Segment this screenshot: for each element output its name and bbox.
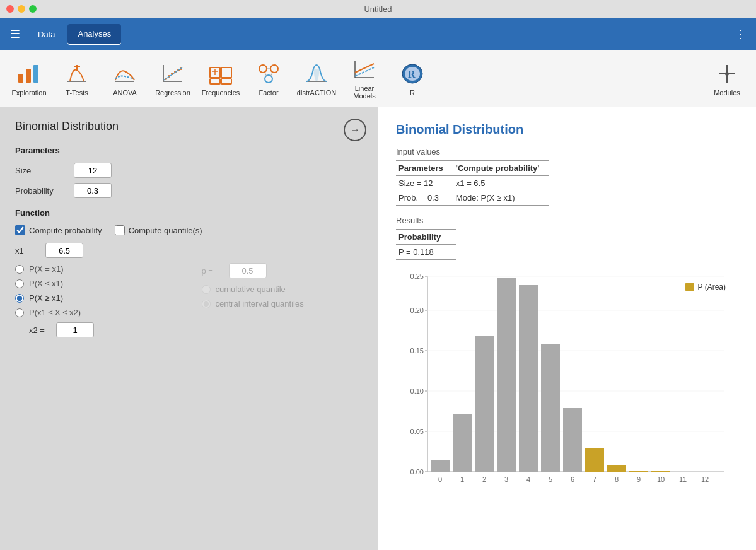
factor-icon [256, 61, 281, 86]
regression-icon [160, 61, 185, 86]
svg-rect-0 [18, 74, 23, 83]
function-label: Function [15, 208, 363, 218]
tool-regression[interactable]: Regression [150, 55, 195, 102]
table-cell: Size = 12 [396, 176, 453, 191]
radio-px-leq-x1-input[interactable] [15, 279, 24, 288]
more-icon: ⋮ [735, 28, 746, 40]
radio-cumulative-input[interactable] [202, 285, 211, 294]
svg-text:0.10: 0.10 [410, 387, 424, 395]
svg-point-23 [270, 65, 278, 73]
radio-central-input[interactable] [202, 300, 211, 308]
svg-text:10: 10 [657, 476, 665, 483]
tool-r[interactable]: R R [390, 55, 435, 102]
p-input[interactable] [229, 263, 267, 278]
exploration-label: Exploration [11, 89, 46, 97]
menu-button[interactable]: ☰ [5, 23, 25, 45]
bar-3 [497, 278, 516, 472]
legend-label: P (Area) [698, 283, 726, 291]
svg-point-22 [259, 65, 267, 73]
tool-anova[interactable]: ANOVA [102, 55, 148, 102]
radio-px1-leq-x-leq-x2[interactable]: P(x1 ≤ X ≤ x2) [15, 308, 177, 317]
bar-6 [563, 408, 582, 472]
size-input[interactable] [74, 163, 112, 178]
svg-line-15 [164, 67, 182, 80]
tool-frequencies[interactable]: Frequencies [198, 55, 243, 102]
radio-cumulative-label: cumulative quantile [216, 284, 286, 294]
svg-text:12: 12 [701, 476, 709, 483]
bar-2 [475, 336, 494, 472]
tool-distracton[interactable]: distrACTION [294, 55, 339, 102]
svg-rect-19 [221, 79, 231, 84]
svg-rect-1 [26, 69, 31, 83]
regression-label: Regression [155, 89, 190, 97]
function-columns: x1 = P(X = x1) P(X ≤ x1) [15, 243, 363, 337]
distracton-icon [304, 61, 329, 86]
chart-container: P (Area) 0.00 0.05 0.10 0.15 [396, 270, 738, 497]
frequencies-label: Frequencies [202, 89, 240, 97]
svg-text:0.15: 0.15 [410, 347, 424, 354]
minimize-button[interactable] [18, 5, 25, 13]
tool-linear-models[interactable]: Linear Models [342, 55, 387, 102]
size-row: Size = [15, 163, 363, 178]
tool-t-tests[interactable]: T-Tests [54, 55, 100, 102]
close-button[interactable] [6, 5, 14, 13]
main-toolbar: ☰ Data Analyses ⋮ [0, 18, 756, 50]
probability-input[interactable] [74, 183, 112, 198]
svg-text:9: 9 [637, 476, 641, 483]
more-options-button[interactable]: ⋮ [730, 23, 751, 45]
compute-probability-label: Compute probability [29, 226, 102, 235]
window-title: Untitled [364, 4, 392, 14]
maximize-button[interactable] [29, 5, 37, 13]
tool-exploration[interactable]: Exploration [6, 55, 52, 102]
bar-7 [585, 448, 604, 472]
main-content: Binomial Distribution → Parameters Size … [0, 107, 756, 550]
compute-quantiles-check[interactable] [115, 225, 125, 235]
radio-px-geq-x1-input[interactable] [15, 294, 24, 303]
table-cell: Prob. = 0.3 [396, 190, 453, 206]
x1-input[interactable] [45, 243, 83, 258]
run-button[interactable]: → [344, 119, 366, 141]
compute-quantiles-label: Compute quantile(s) [129, 226, 202, 235]
x1-label: x1 = [15, 246, 40, 255]
radio-px-eq-x1-input[interactable] [15, 265, 24, 274]
tab-analyses[interactable]: Analyses [67, 24, 121, 45]
radio-px-eq-x1-label: P(X = x1) [29, 264, 64, 274]
quantile-radio-group: cumulative quantile central interval qua… [202, 284, 363, 308]
table-row: Prob. = 0.3 Mode: P(X ≥ x1) [396, 190, 549, 206]
table-row: Size = 12 x1 = 6.5 [396, 176, 549, 191]
svg-text:0.00: 0.00 [410, 468, 424, 476]
probability-radio-group: P(X = x1) P(X ≤ x1) P(X ≥ x1) P(x1 [15, 264, 177, 317]
radio-px-leq-x1[interactable]: P(X ≤ x1) [15, 279, 177, 288]
tool-factor[interactable]: Factor [246, 55, 291, 102]
frequencies-icon [208, 61, 233, 86]
svg-text:5: 5 [549, 476, 552, 483]
radio-px-eq-x1[interactable]: P(X = x1) [15, 264, 177, 274]
prob-value: P = 0.118 [396, 245, 456, 260]
p-row: p = [202, 263, 363, 278]
compute-quantiles-checkbox[interactable]: Compute quantile(s) [115, 225, 202, 235]
size-label: Size = [15, 166, 69, 175]
radio-px-geq-x1[interactable]: P(X ≥ x1) [15, 293, 177, 303]
tab-data[interactable]: Data [28, 25, 65, 44]
compute-probability-check[interactable] [15, 225, 25, 235]
radio-px1-leq-x-leq-x2-input[interactable] [15, 308, 24, 317]
bar-1 [453, 414, 472, 472]
radio-cumulative[interactable]: cumulative quantile [202, 284, 363, 294]
svg-line-31 [355, 64, 374, 73]
x2-input[interactable] [56, 322, 94, 337]
radio-px-leq-x1-label: P(X ≤ x1) [29, 279, 63, 288]
compute-probability-checkbox[interactable]: Compute probability [15, 225, 102, 235]
svg-text:7: 7 [593, 476, 596, 483]
p-label: p = [202, 266, 224, 276]
radio-central[interactable]: central interval quantiles [202, 299, 363, 308]
probability-table: Probability P = 0.118 [396, 229, 456, 260]
modules-label: Modules [714, 89, 740, 97]
table-cell: x1 = 6.5 [453, 176, 550, 191]
tool-modules[interactable]: Modules [704, 55, 750, 102]
x2-label: x2 = [29, 325, 51, 335]
table-header-params: Parameters [396, 161, 453, 176]
hamburger-icon: ☰ [10, 27, 20, 41]
svg-text:4: 4 [526, 476, 530, 483]
result-title: Binomial Distribution [396, 122, 738, 137]
prob-header: Probability [396, 230, 456, 245]
